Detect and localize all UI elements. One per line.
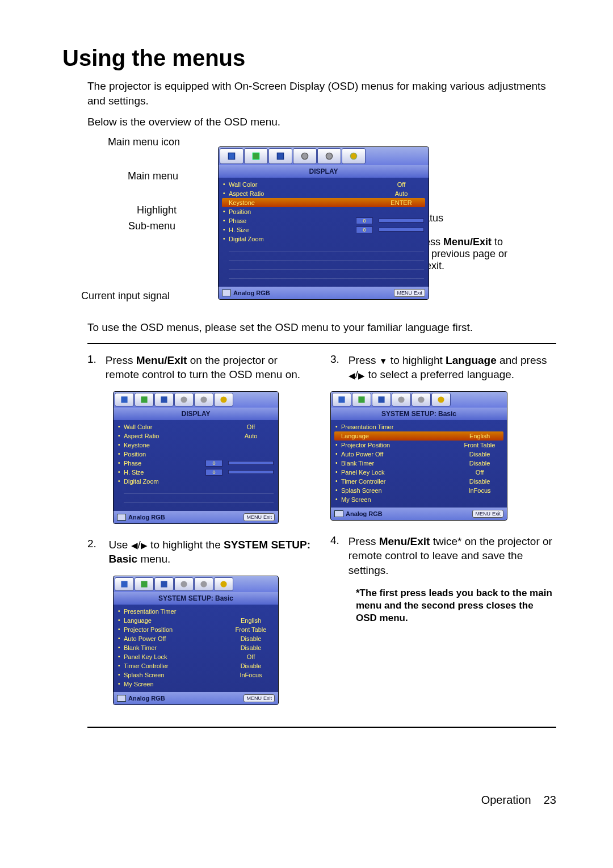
osd-menu-item[interactable]: •Aspect RatioAuto: [117, 431, 275, 441]
osd-menu-item[interactable]: •Projector PositionFront Table: [334, 441, 503, 450]
osd-menu-item[interactable]: •My Screen: [117, 680, 275, 689]
osd-menu-item[interactable]: •Wall ColorOff: [222, 180, 425, 189]
step-number: 1.: [87, 353, 96, 366]
osd-tab-icon[interactable]: [352, 393, 371, 406]
osd-menu-exit-button[interactable]: MENUExit: [243, 694, 275, 702]
osd-menu-item[interactable]: •Presentation Timer: [117, 607, 275, 616]
step-4: 4. Press Menu/Exit twice* on the project…: [330, 534, 556, 578]
osd-tab-bar: [219, 147, 429, 165]
osd-tab-icon[interactable]: [431, 393, 451, 406]
osd-menu-item[interactable]: •Blank TimerDisable: [117, 643, 275, 652]
signal-icon: [222, 290, 231, 296]
osd-tab-icon[interactable]: [214, 393, 233, 406]
osd-menu-item[interactable]: •Digital Zoom: [117, 477, 275, 486]
svg-point-5: [350, 153, 356, 159]
osd-tab-icon[interactable]: [244, 148, 268, 164]
step-4-note: *The first press leads you back to the m…: [356, 587, 556, 624]
osd-menu-item[interactable]: •Phase0: [222, 216, 425, 225]
svg-point-9: [180, 396, 187, 402]
osd-menu-item[interactable]: •Position: [222, 207, 425, 216]
callout-sub-menu: Sub-menu: [128, 220, 175, 232]
osd-menu-item[interactable]: •Digital Zoom: [222, 234, 425, 244]
step-1: 1. Press Menu/Exit on the projector or r…: [87, 353, 313, 382]
osd-step2-panel: SYSTEM SETUP: Basic •Presentation Timer•…: [113, 576, 279, 705]
osd-tab-icon[interactable]: [154, 393, 174, 406]
svg-rect-19: [358, 396, 364, 402]
osd-menu-item[interactable]: •KeystoneENTER: [222, 198, 425, 207]
svg-point-16: [200, 581, 207, 588]
svg-point-15: [180, 581, 187, 588]
osd-tab-icon[interactable]: [154, 577, 174, 591]
osd-menu-item[interactable]: •Timer ControllerDisable: [334, 477, 503, 486]
osd-tab-icon[interactable]: [135, 577, 154, 591]
svg-rect-0: [228, 153, 234, 159]
divider: [87, 343, 556, 344]
svg-rect-6: [121, 396, 127, 402]
osd-menu-item[interactable]: •H. Size0: [117, 468, 275, 477]
osd-menu-item[interactable]: •Wall ColorOff: [117, 422, 275, 431]
osd-menu-exit-button[interactable]: MENUExit: [394, 289, 425, 297]
osd-tab-icon[interactable]: [194, 577, 213, 591]
osd-tab-icon[interactable]: [317, 148, 341, 164]
svg-point-4: [326, 153, 332, 159]
callout-main-menu: Main menu: [128, 170, 178, 182]
osd-tab-icon[interactable]: [412, 393, 431, 406]
svg-point-3: [301, 153, 308, 159]
svg-rect-14: [161, 581, 167, 588]
osd-menu-item[interactable]: •Blank TimerDisable: [334, 459, 503, 468]
osd-tab-icon[interactable]: [392, 393, 411, 406]
step-2: 2. Use ◀/▶ to highlight the SYSTEM SETUP…: [87, 538, 313, 567]
osd-menu-item[interactable]: •Timer ControllerDisable: [117, 661, 275, 670]
svg-point-11: [220, 396, 226, 402]
osd-menu-item[interactable]: •LanguageEnglish: [334, 431, 503, 441]
intro-paragraph-1: The projector is equipped with On-Screen…: [62, 79, 556, 108]
osd-input-signal: Analog RGB: [222, 290, 270, 296]
osd-tab-icon[interactable]: [174, 577, 194, 591]
osd-tab-icon[interactable]: [174, 393, 194, 406]
svg-rect-12: [121, 581, 127, 588]
svg-point-21: [398, 396, 404, 402]
osd-menu-item[interactable]: •Position: [117, 450, 275, 459]
svg-point-22: [418, 396, 424, 402]
osd-menu-item[interactable]: •Panel Key LockOff: [117, 652, 275, 661]
divider: [87, 727, 556, 728]
svg-rect-13: [141, 581, 147, 588]
callout-current-input-signal: Current input signal: [81, 290, 170, 302]
osd-tab-icon[interactable]: [332, 393, 351, 406]
right-arrow-icon: ▶: [358, 371, 365, 380]
step-number: 2.: [87, 538, 99, 550]
svg-point-23: [438, 396, 444, 402]
osd-tab-icon[interactable]: [135, 393, 154, 406]
osd-menu-item[interactable]: •Aspect RatioAuto: [222, 189, 425, 198]
osd-input-signal: Analog RGB: [117, 514, 165, 521]
step-number: 3.: [330, 353, 339, 366]
page-heading: Using the menus: [62, 45, 556, 71]
osd-menu-item[interactable]: •Splash ScreenInFocus: [334, 486, 503, 495]
osd-menu-item[interactable]: •LanguageEnglish: [117, 616, 275, 625]
osd-menu-item[interactable]: •Projector PositionFront Table: [117, 625, 275, 634]
svg-point-10: [200, 396, 207, 402]
osd-menu-item[interactable]: •Presentation Timer: [334, 422, 503, 431]
osd-menu-item[interactable]: •Auto Power OffDisable: [334, 450, 503, 459]
osd-menu-item[interactable]: •Phase0: [117, 459, 275, 468]
osd-menu-item[interactable]: •Panel Key LockOff: [334, 468, 503, 477]
osd-tab-icon[interactable]: [115, 577, 134, 591]
osd-menu-item[interactable]: •Auto Power OffDisable: [117, 634, 275, 643]
osd-tab-icon[interactable]: [214, 577, 233, 591]
osd-tab-icon[interactable]: [342, 148, 366, 164]
osd-tab-icon[interactable]: [194, 393, 213, 406]
osd-menu-exit-button[interactable]: MENUExit: [243, 513, 275, 521]
osd-menu-item[interactable]: •My Screen: [334, 495, 503, 504]
osd-tab-icon[interactable]: [372, 393, 391, 406]
osd-tab-icon[interactable]: [115, 393, 134, 406]
osd-tab-icon[interactable]: [268, 148, 292, 164]
osd-menu-item[interactable]: •Splash ScreenInFocus: [117, 670, 275, 680]
osd-input-signal: Analog RGB: [334, 510, 383, 517]
osd-title: SYSTEM SETUP: Basic: [331, 408, 507, 420]
osd-menu-item[interactable]: •H. Size0: [222, 225, 425, 234]
osd-tab-icon[interactable]: [220, 148, 243, 164]
osd-menu-item[interactable]: •Keystone: [117, 441, 275, 450]
post-diagram-text: To use the OSD menus, please set the OSD…: [62, 320, 556, 335]
osd-menu-exit-button[interactable]: MENUExit: [472, 510, 503, 518]
osd-tab-icon[interactable]: [293, 148, 317, 164]
